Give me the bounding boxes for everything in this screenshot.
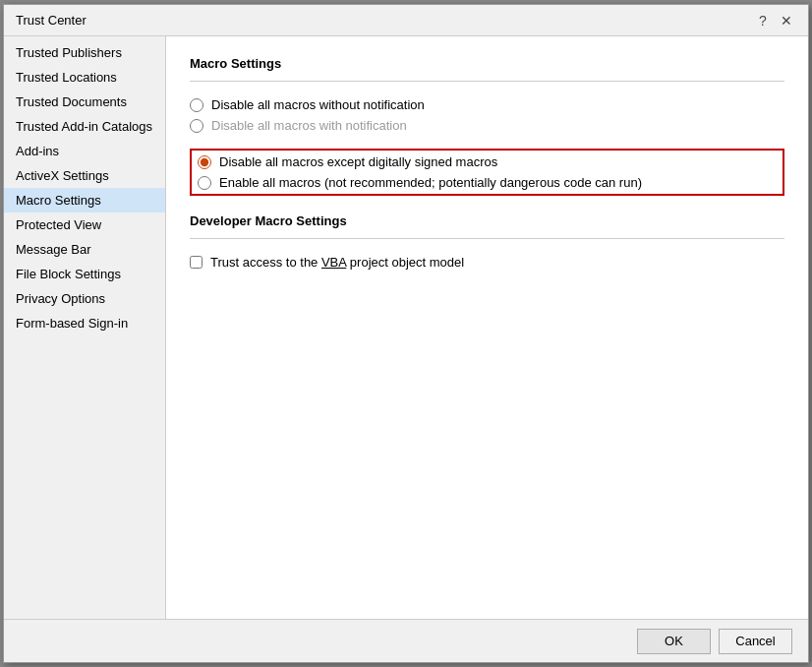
radio-option-3[interactable]: Disable all macros except digitally sign… [198,154,777,169]
radio-option-4[interactable]: Enable all macros (not recommended; pote… [198,175,777,190]
title-bar: Trust Center ? ✕ [4,5,808,36]
developer-section-title: Developer Macro Settings [190,213,784,228]
section-divider [190,81,784,82]
vba-checkbox-option[interactable]: Trust access to the VBA project object m… [190,255,784,270]
ok-button[interactable]: OK [637,629,711,654]
cancel-button[interactable]: Cancel [719,629,792,654]
trust-center-dialog: Trust Center ? ✕ Trusted PublishersTrust… [3,4,809,663]
radio-input-1[interactable] [190,98,203,112]
sidebar-item-file-block-settings[interactable]: File Block Settings [4,262,165,286]
macro-settings-title: Macro Settings [190,56,784,71]
developer-section-divider [190,238,784,239]
sidebar-item-add-ins[interactable]: Add-ins [4,139,165,163]
sidebar-item-macro-settings[interactable]: Macro Settings [4,188,165,212]
sidebar-item-trusted-addin-catalogs[interactable]: Trusted Add-in Catalogs [4,114,165,139]
radio-option-2[interactable]: Disable all macros with notification [190,118,784,133]
close-button[interactable]: ✕ [777,11,796,30]
radio-label-4: Enable all macros (not recommended; pote… [219,175,642,190]
sidebar-item-privacy-options[interactable]: Privacy Options [4,286,165,311]
radio-input-3[interactable] [198,155,211,169]
radio-input-2[interactable] [190,119,203,133]
dialog-footer: OK Cancel [4,619,808,662]
radio-option-1[interactable]: Disable all macros without notification [190,97,784,112]
vba-underline: VBA [321,255,346,270]
dialog-title: Trust Center [16,13,87,28]
macro-options-group: Disable all macros without notification … [190,97,784,133]
radio-input-4[interactable] [198,176,211,190]
title-bar-controls: ? ✕ [753,11,796,30]
radio-label-2: Disable all macros with notification [211,118,407,133]
sidebar-item-form-based-signin[interactable]: Form-based Sign-in [4,311,165,335]
sidebar-item-protected-view[interactable]: Protected View [4,212,165,237]
help-button[interactable]: ? [753,11,773,30]
vba-label: Trust access to the VBA project object m… [210,255,464,270]
sidebar-item-trusted-publishers[interactable]: Trusted Publishers [4,40,165,65]
main-content: Macro Settings Disable all macros withou… [166,36,808,619]
sidebar: Trusted PublishersTrusted LocationsTrust… [4,36,166,619]
sidebar-item-trusted-locations[interactable]: Trusted Locations [4,65,165,90]
dialog-body: Trusted PublishersTrusted LocationsTrust… [4,36,808,619]
highlighted-options-container: Disable all macros except digitally sign… [190,149,784,196]
radio-label-1: Disable all macros without notification [211,97,425,112]
radio-label-3: Disable all macros except digitally sign… [219,154,497,169]
developer-section: Developer Macro Settings Trust access to… [190,213,784,270]
sidebar-item-message-bar[interactable]: Message Bar [4,237,165,262]
vba-checkbox[interactable] [190,256,203,269]
sidebar-item-activex-settings[interactable]: ActiveX Settings [4,163,165,188]
sidebar-item-trusted-documents[interactable]: Trusted Documents [4,90,165,114]
